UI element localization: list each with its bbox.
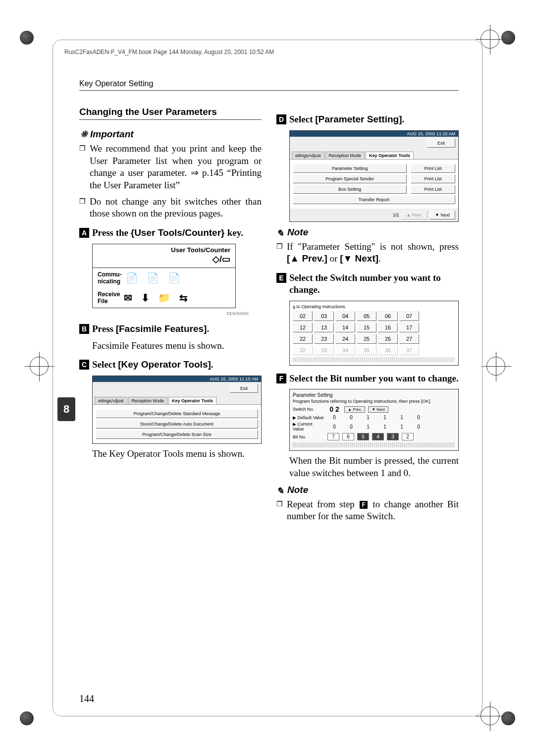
step-3: C Select [Key Operator Tools]. — [79, 359, 262, 371]
print-list-button[interactable]: Print List — [411, 174, 455, 183]
menu-item[interactable]: Box Setting — [293, 185, 407, 194]
user-tools-panel: User Tools/Counter ◇/▭ Commu- nicating 📄… — [92, 244, 236, 308]
switch-button[interactable]: 12 — [293, 323, 313, 332]
switch-button[interactable]: 02 — [293, 311, 313, 321]
page-meta: RusC2FaxADEN-F_V4_FM.book Page 144 Monda… — [64, 49, 274, 55]
print-list-button[interactable]: Print List — [411, 185, 455, 194]
tab-settings-adjust[interactable]: ettingsAdjust — [292, 152, 324, 159]
switch-button[interactable]: 36 — [378, 345, 398, 355]
important-label: Important — [90, 129, 134, 140]
switch-button[interactable]: 03 — [314, 311, 334, 321]
next-button[interactable]: ▼ Next — [368, 406, 388, 413]
registration-mark — [481, 30, 499, 49]
switch-button[interactable]: 13 — [314, 323, 334, 332]
step-number-icon: F — [276, 374, 286, 383]
page-number: 144 — [79, 693, 94, 704]
note-list: If "Parameter Setting" is not shown, pre… — [276, 241, 459, 265]
chapter-tab: 8 — [57, 397, 75, 421]
switch-button[interactable]: 07 — [399, 311, 419, 321]
crop-dot — [501, 711, 515, 725]
list-item: Do not change any bit switches other tha… — [79, 196, 262, 220]
menu-item[interactable]: Store/Change/Delete Auto Document — [96, 420, 258, 429]
crop-dot — [501, 31, 515, 45]
screen-parameter-setting-menu: AUG 15, 2002 11:15 AM Exit ettingsAdjust… — [289, 130, 459, 222]
registration-mark — [30, 357, 49, 376]
switch-button[interactable]: 15 — [357, 323, 376, 332]
right-column: D Select [Parameter Setting]. AUG 15, 20… — [276, 107, 459, 527]
registration-mark — [481, 706, 499, 725]
switch-button[interactable]: 25 — [357, 334, 376, 344]
registration-mark — [486, 357, 505, 376]
switch-button[interactable]: 32 — [293, 345, 313, 355]
list-item: We recommend that you print and keep the… — [79, 143, 262, 192]
next-button[interactable]: ▼ Next — [429, 211, 455, 219]
bit-button[interactable]: 5 — [357, 433, 369, 440]
pencil-icon: ✎ — [276, 486, 285, 494]
bit-button[interactable]: 3 — [387, 433, 399, 440]
step-text: Select the Switch number you want to cha… — [289, 272, 459, 296]
list-item: Repeat from step F to change another Bit… — [276, 498, 459, 523]
bit-button[interactable]: 2 — [402, 433, 414, 440]
screen-key-operator-tools: AUG 15, 2002 11:15 AM Exit ettingsAdjust… — [92, 376, 262, 444]
bit-value: 1 — [395, 424, 409, 430]
switch-button[interactable]: 27 — [399, 334, 419, 344]
switch-button[interactable]: 14 — [335, 323, 355, 332]
panel-caption: ZEWS050N — [79, 311, 249, 316]
switch-button[interactable]: 23 — [314, 334, 334, 344]
switch-button[interactable]: 26 — [378, 334, 398, 344]
tab-settings-adjust[interactable]: ettingsAdjust — [95, 397, 127, 404]
bit-value: 0 — [327, 415, 341, 420]
bit-value: 0 — [344, 415, 358, 420]
bit-value: 1 — [395, 415, 409, 420]
output-tray-icons: 📄 📄 📄 — [126, 272, 183, 284]
switch-button[interactable]: 05 — [357, 311, 376, 321]
switch-button[interactable]: 34 — [335, 345, 355, 355]
bit-button[interactable]: 4 — [372, 433, 384, 440]
switch-button[interactable]: 22 — [293, 334, 313, 344]
list-item: If "Parameter Setting" is not shown, pre… — [276, 241, 459, 265]
bit-button[interactable]: 6 — [342, 433, 354, 440]
menu-item[interactable]: Parameter Setting — [293, 164, 407, 173]
bit-value: 0 — [412, 415, 426, 420]
switch-button[interactable]: 16 — [378, 323, 398, 332]
screen-timestamp: AUG 15, 2002 11:15 AM — [290, 131, 458, 137]
step-number-icon: E — [276, 273, 286, 283]
tab-key-operator-tools[interactable]: Key Operator Tools — [366, 152, 414, 159]
switch-button[interactable]: 35 — [357, 345, 376, 355]
switch-button[interactable]: 33 — [314, 345, 334, 355]
switch-button[interactable]: 04 — [335, 311, 355, 321]
bit-button[interactable]: 7 — [327, 433, 339, 440]
bit-value: 1 — [361, 415, 375, 420]
prev-button[interactable]: ▲ Prev. — [401, 211, 428, 219]
exit-button[interactable]: Exit — [427, 139, 455, 148]
step-description: Facsimile Features menu is shown. — [92, 340, 262, 352]
panel-row-label: Receive File — [98, 291, 120, 305]
prev-button[interactable]: ▲ Prev. — [344, 406, 365, 413]
tab-reception-mode[interactable]: Reception Mode — [128, 397, 168, 404]
page-frame: RusC2FaxADEN-F_V4_FM.book Page 144 Monda… — [0, 0, 535, 756]
menu-item[interactable]: Transfer Report — [293, 195, 455, 204]
switch-button[interactable]: 37 — [399, 345, 419, 355]
bit-value: 1 — [378, 424, 392, 430]
step-2: B Press [Facsimile Features]. — [79, 323, 262, 335]
tab-reception-mode[interactable]: Reception Mode — [325, 152, 365, 159]
menu-item[interactable]: Program/Change/Delete Standard Message — [96, 409, 258, 418]
bit-no-label: Bit No. — [293, 434, 324, 439]
menu-item[interactable]: Program/Change/Delete Scan Size — [96, 430, 258, 439]
step-text: Select the Bit number you want to change… — [289, 373, 459, 384]
tab-key-operator-tools[interactable]: Key Operator Tools — [168, 397, 216, 404]
switch-button[interactable]: 06 — [378, 311, 398, 321]
barcode-decoration — [293, 357, 455, 362]
content-area: Key Operator Setting 8 Changing the User… — [79, 79, 459, 702]
switch-button[interactable]: 24 — [335, 334, 355, 344]
receive-icons: ✉ ⬇ 📁 ⇆ — [124, 292, 191, 304]
menu-item[interactable]: Program Special Sender — [293, 174, 407, 183]
step-text: Press [Facsimile Features]. — [92, 323, 262, 335]
screen-title: Parameter Setting — [293, 392, 455, 398]
screen-subtitle: Program functions referring to Operating… — [293, 399, 455, 404]
exit-button[interactable]: Exit — [230, 384, 258, 393]
step-text: Select [Key Operator Tools]. — [92, 359, 262, 371]
step-reference-icon: F — [360, 501, 368, 509]
switch-button[interactable]: 17 — [399, 323, 419, 332]
print-list-button[interactable]: Print List — [411, 164, 455, 173]
